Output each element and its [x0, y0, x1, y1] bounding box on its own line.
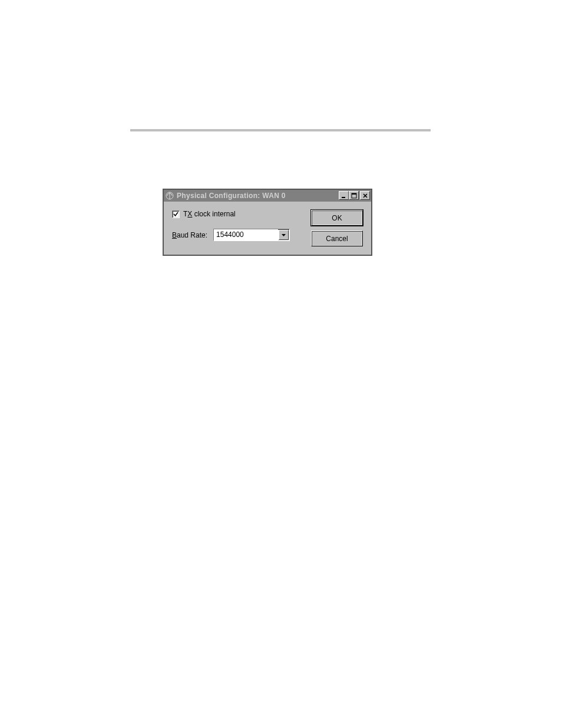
window-controls — [339, 191, 370, 200]
baud-rate-row: Baud Rate: 1544000 — [172, 229, 303, 241]
dialog-title: Physical Configuration: WAN 0 — [177, 192, 339, 200]
checkmark-icon — [173, 212, 178, 217]
physical-configuration-dialog: Physical Configuration: WAN 0 — [163, 189, 372, 256]
maximize-button[interactable] — [349, 191, 359, 200]
baud-rate-label-mnemonic: B — [172, 231, 177, 239]
baud-rate-value[interactable]: 1544000 — [214, 229, 278, 241]
cancel-button[interactable]: Cancel — [311, 230, 363, 246]
cancel-button-label: Cancel — [326, 235, 348, 243]
svg-rect-2 — [342, 197, 345, 198]
tx-clock-checkbox[interactable] — [172, 210, 180, 218]
ok-button[interactable]: OK — [311, 210, 363, 226]
baud-rate-label-suffix: aud Rate: — [177, 231, 207, 239]
tx-clock-label: TX clock internal — [183, 210, 236, 218]
chevron-down-icon — [282, 234, 286, 236]
settings-column: TX clock internal Baud Rate: 1544000 — [172, 210, 303, 241]
tx-clock-label-suffix: clock internal — [192, 210, 235, 218]
titlebar[interactable]: Physical Configuration: WAN 0 — [164, 190, 371, 202]
buttons-column: OK Cancel — [311, 210, 363, 246]
tx-clock-row: TX clock internal — [172, 210, 303, 218]
horizontal-rule — [130, 129, 431, 131]
dialog-client-area: TX clock internal Baud Rate: 1544000 — [164, 202, 371, 255]
close-button[interactable] — [360, 191, 370, 200]
baud-rate-combo[interactable]: 1544000 — [213, 229, 290, 241]
baud-rate-label: Baud Rate: — [172, 231, 207, 239]
svg-rect-4 — [352, 193, 356, 195]
baud-rate-dropdown-button[interactable] — [279, 230, 289, 240]
app-icon — [165, 191, 174, 200]
ok-button-label: OK — [332, 214, 342, 222]
minimize-button[interactable] — [339, 191, 349, 200]
